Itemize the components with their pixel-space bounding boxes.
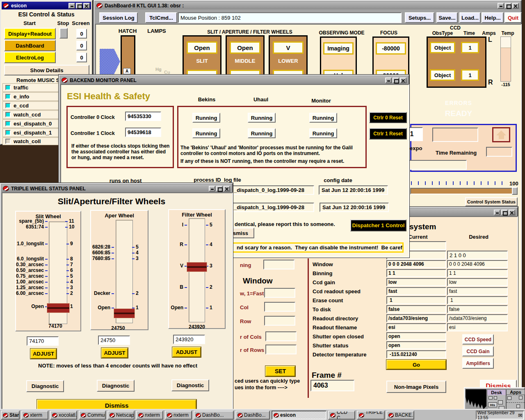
close-icon[interactable] xyxy=(83,3,90,9)
set-button[interactable]: SET xyxy=(265,366,295,377)
desired-field[interactable]: /sdata703/esieng xyxy=(447,314,508,322)
diagnostic-button[interactable]: Diagnostic xyxy=(171,379,209,391)
checkbox-icon[interactable] xyxy=(5,103,11,108)
lower-wheel-value-button[interactable]: V xyxy=(273,41,304,54)
close-icon[interactable] xyxy=(224,186,230,192)
maximize-icon[interactable] xyxy=(393,78,399,83)
minimize-icon[interactable] xyxy=(385,78,392,83)
taskbar-item-active[interactable]: esicon xyxy=(272,411,326,420)
maximize-icon[interactable] xyxy=(501,210,508,215)
maximize-icon[interactable] xyxy=(76,3,82,9)
start-button[interactable]: Start xyxy=(1,411,20,420)
dashboard-titlebar[interactable]: DashBoard-II KTL GUI 1.38: obsr : xyxy=(95,2,520,9)
middle-wheel-value-button[interactable]: Open xyxy=(230,41,260,54)
setups-button[interactable]: Setups... xyxy=(405,12,434,23)
desired-field[interactable]: fast xyxy=(447,287,508,295)
desired-field[interactable]: low xyxy=(447,278,508,286)
backend-titlebar[interactable]: BACKEND MONITOR PANEL xyxy=(60,76,408,84)
ccd-obstype-button[interactable]: Object xyxy=(430,69,455,81)
ccd-gain-button[interactable]: CCD Gain xyxy=(462,346,494,356)
save-button[interactable]: Save... xyxy=(436,12,458,23)
aper-wheel-indicator[interactable] xyxy=(114,308,135,318)
taskbar-item[interactable]: nxterm xyxy=(165,411,192,420)
desired-field[interactable]: 0 0 0 2048 4096 xyxy=(447,260,508,268)
maximize-icon[interactable] xyxy=(216,186,223,192)
running-status-button[interactable]: Running xyxy=(309,113,337,123)
stop-button[interactable] xyxy=(59,28,68,39)
session-log-button[interactable]: Session Log xyxy=(99,12,138,23)
taskbar-item[interactable]: DashBo... xyxy=(194,411,234,420)
taskbar-item[interactable]: xterm xyxy=(21,411,48,420)
ctrlr1-reset-button[interactable]: Ctrlr 1 Reset xyxy=(369,128,407,139)
minimize-icon[interactable] xyxy=(498,3,504,9)
adjust-button[interactable]: ADJUST xyxy=(172,347,201,357)
esicon-titlebar[interactable]: esicon xyxy=(2,2,91,9)
taskbar-item[interactable]: nxterm xyxy=(136,411,163,420)
current-field[interactable]: 1 1 xyxy=(386,269,446,277)
control-system-status-button[interactable]: Control System Status xyxy=(465,197,518,206)
observing-mode-value-button[interactable]: Imaging xyxy=(323,42,354,55)
load-button[interactable]: Load... xyxy=(459,12,481,23)
mouse-position-field[interactable]: Mouse Position : 859 102 xyxy=(178,12,402,23)
minimize-icon[interactable] xyxy=(494,210,500,215)
taskbar-item[interactable]: TRIPLE ... xyxy=(357,411,385,420)
running-status-button[interactable]: Running xyxy=(248,128,276,138)
checkbox-icon[interactable] xyxy=(5,139,11,144)
current-field[interactable]: esi xyxy=(386,323,446,331)
desired-field[interactable]: 1 1 xyxy=(447,269,508,277)
desired-field[interactable]: false xyxy=(447,305,508,313)
ctrlr0-reset-button[interactable]: Ctrlr 0 Reset xyxy=(369,112,407,123)
adjust-button[interactable]: ADJUST xyxy=(101,348,128,358)
form-input[interactable] xyxy=(264,288,295,298)
screen-value[interactable]: 0 xyxy=(76,29,87,39)
dashboard-launch-button[interactable]: DashBoard xyxy=(4,40,56,51)
amplifiers-button[interactable]: Amplifiers xyxy=(462,358,494,369)
current-field[interactable]: -115.021240 xyxy=(386,350,446,358)
form-input[interactable] xyxy=(264,316,295,326)
diagnostic-button[interactable]: Diagnostic xyxy=(26,380,64,392)
ccd-obstype-button[interactable]: Object xyxy=(430,42,455,53)
desired-field[interactable]: esi xyxy=(447,323,508,331)
form-input[interactable] xyxy=(265,345,297,354)
taskbar-item[interactable]: Netscap... xyxy=(107,411,135,420)
go-button[interactable]: Go xyxy=(386,360,446,370)
maximize-icon[interactable] xyxy=(505,3,511,9)
current-field[interactable]: /sdata703/esieng xyxy=(386,314,446,322)
current-field[interactable]: fast xyxy=(386,287,446,295)
checkbox-icon[interactable] xyxy=(5,112,11,117)
minimize-icon[interactable] xyxy=(209,186,215,192)
adjust-button[interactable]: ADJUST xyxy=(30,349,57,359)
form-input[interactable] xyxy=(263,260,294,269)
desired-field[interactable]: 1 xyxy=(447,296,508,304)
dispatcher1-control-button[interactable]: Dispatcher 1 Control xyxy=(350,219,406,231)
apps-pager[interactable]: Apps xyxy=(506,389,525,410)
taskbar-item[interactable]: xocolatl... xyxy=(50,411,77,420)
slit-wheel-value-button[interactable]: Open xyxy=(187,41,217,54)
running-status-button[interactable]: Running xyxy=(248,113,276,123)
current-field[interactable]: open xyxy=(386,341,446,349)
taskbar-item[interactable]: BACKE... xyxy=(386,411,414,420)
his-window-thumb[interactable]: His xyxy=(488,402,497,407)
ccd-speed-button[interactable]: CCD Speed xyxy=(462,334,494,345)
focus-value-button[interactable]: -80000 xyxy=(376,42,406,55)
checkbox-icon[interactable] xyxy=(5,94,11,99)
slider-handle[interactable] xyxy=(512,187,518,195)
taskbar-item[interactable]: Commun... xyxy=(79,411,106,420)
aper-wheel-gauge[interactable] xyxy=(116,220,133,323)
aper-encoder-input[interactable]: 24750 xyxy=(98,336,130,345)
running-status-button[interactable]: Running xyxy=(192,128,220,138)
ccd-time-button[interactable]: 1 xyxy=(461,69,479,81)
close-icon[interactable] xyxy=(400,78,406,83)
checkbox-icon[interactable] xyxy=(5,85,11,90)
current-field[interactable]: low xyxy=(386,278,446,286)
tclcmd-button[interactable]: TclCmd... xyxy=(145,12,177,23)
taskbar-item[interactable]: CCD C... xyxy=(328,411,355,420)
current-field[interactable]: false xyxy=(386,305,446,313)
show-details-button[interactable]: Show Details xyxy=(4,65,89,75)
minimize-icon[interactable] xyxy=(68,3,75,9)
electrolog-button[interactable]: ElectroLog xyxy=(4,52,56,63)
running-status-button[interactable]: Running xyxy=(309,128,337,138)
running-status-button[interactable]: Running xyxy=(192,113,220,123)
form-input[interactable] xyxy=(265,331,297,341)
desk-pager[interactable]: Desk His xyxy=(487,389,506,410)
